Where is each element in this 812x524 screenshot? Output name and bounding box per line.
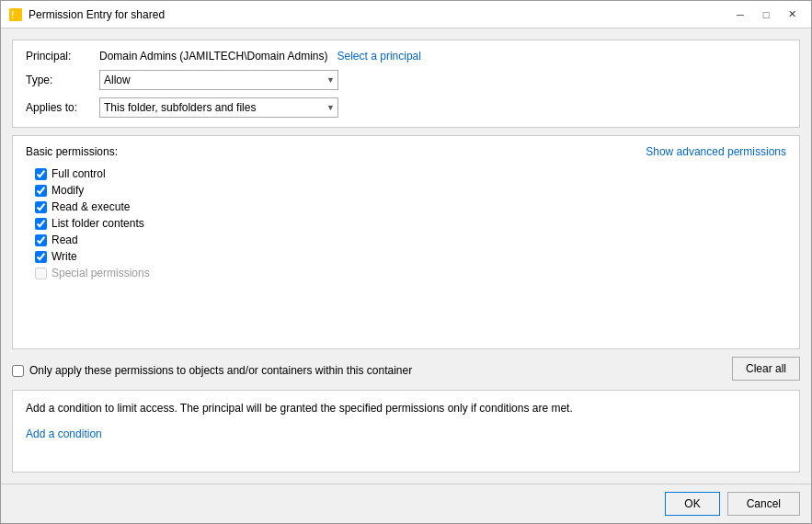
applies-to-label: Applies to: [26, 101, 99, 114]
principal-label: Principal: [26, 50, 99, 63]
permissions-list: Full control Modify Read & execute List … [35, 167, 786, 279]
clear-all-button[interactable]: Clear all [732, 357, 800, 381]
type-dropdown[interactable]: Allow Deny [99, 70, 338, 90]
type-row: Type: Allow Deny ▼ [26, 70, 786, 90]
cancel-button[interactable]: Cancel [727, 492, 800, 516]
only-apply-label[interactable]: Only apply these permissions to objects … [29, 364, 412, 377]
list-folder-label[interactable]: List folder contents [51, 217, 144, 230]
write-checkbox[interactable] [35, 251, 47, 263]
ok-button[interactable]: OK [665, 492, 719, 516]
perm-list-folder: List folder contents [35, 217, 786, 230]
dialog-footer: OK Cancel [1, 484, 811, 523]
condition-section: Add a condition to limit access. The pri… [12, 390, 800, 473]
special-permissions-label: Special permissions [51, 267, 150, 279]
modify-label[interactable]: Modify [51, 184, 84, 197]
applies-to-row: Applies to: This folder, subfolders and … [26, 97, 786, 118]
read-execute-label[interactable]: Read & execute [51, 200, 130, 213]
permissions-section: Basic permissions: Show advanced permiss… [12, 135, 800, 349]
basic-permissions-label: Basic permissions: [26, 145, 118, 158]
principal-value: Domain Admins (JAMILTECH\Domain Admins) [99, 50, 328, 63]
perm-write: Write [35, 250, 786, 263]
perm-full-control: Full control [35, 167, 786, 180]
read-checkbox[interactable] [35, 234, 47, 246]
read-label[interactable]: Read [51, 234, 78, 246]
dialog-window: ! Permission Entry for shared ─ □ ✕ Prin… [0, 0, 812, 524]
full-control-label[interactable]: Full control [51, 167, 106, 180]
list-folder-checkbox[interactable] [35, 218, 47, 230]
principal-section: Principal: Domain Admins (JAMILTECH\Doma… [12, 40, 800, 128]
dialog-title: Permission Entry for shared [29, 8, 728, 21]
svg-text:!: ! [11, 10, 14, 20]
bottom-row: Only apply these permissions to objects … [12, 357, 800, 382]
window-icon: ! [8, 7, 23, 22]
perm-read: Read [35, 234, 786, 246]
write-label[interactable]: Write [51, 250, 77, 263]
modify-checkbox[interactable] [35, 185, 47, 197]
condition-description: Add a condition to limit access. The pri… [26, 400, 786, 416]
perm-read-execute: Read & execute [35, 200, 786, 213]
principal-row: Principal: Domain Admins (JAMILTECH\Doma… [26, 50, 786, 63]
only-apply-row: Only apply these permissions to objects … [12, 364, 412, 377]
minimize-button[interactable]: ─ [728, 6, 752, 24]
dialog-body: Principal: Domain Admins (JAMILTECH\Doma… [1, 28, 811, 484]
applies-to-dropdown-wrapper: This folder, subfolders and files This f… [99, 97, 338, 118]
add-condition-link[interactable]: Add a condition [26, 427, 102, 440]
read-execute-checkbox[interactable] [35, 201, 47, 213]
maximize-button[interactable]: □ [754, 6, 778, 24]
special-permissions-checkbox [35, 268, 47, 279]
close-button[interactable]: ✕ [780, 6, 804, 24]
full-control-checkbox[interactable] [35, 168, 47, 180]
permissions-header: Basic permissions: Show advanced permiss… [26, 145, 786, 158]
type-label: Type: [26, 74, 99, 86]
title-bar: ! Permission Entry for shared ─ □ ✕ [1, 1, 811, 28]
perm-modify: Modify [35, 184, 786, 197]
show-advanced-link[interactable]: Show advanced permissions [646, 145, 786, 158]
applies-to-dropdown[interactable]: This folder, subfolders and files This f… [99, 97, 338, 118]
select-principal-link[interactable]: Select a principal [337, 50, 421, 63]
window-controls: ─ □ ✕ [728, 6, 804, 24]
perm-special: Special permissions [35, 267, 786, 279]
only-apply-checkbox[interactable] [12, 365, 24, 377]
type-dropdown-wrapper: Allow Deny ▼ [99, 70, 338, 90]
